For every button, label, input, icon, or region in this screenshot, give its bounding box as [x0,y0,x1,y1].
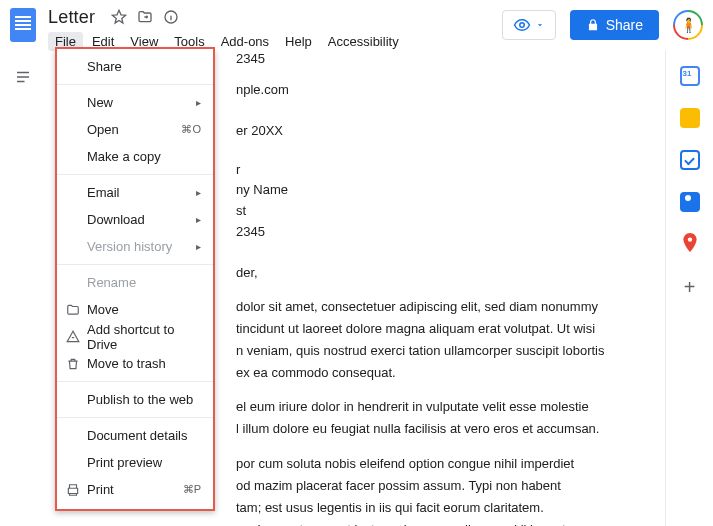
chevron-right-icon: ▸ [196,241,201,252]
menu-rename: Rename [57,269,213,296]
share-label: Share [606,17,643,33]
doc-text: tam; est usus legentis in iis qui facit … [236,498,645,518]
doc-text: n veniam, quis nostrud exerci tation ull… [236,341,645,361]
document-title[interactable]: Letter [48,7,95,28]
maps-icon[interactable] [680,234,700,254]
doc-text: nple.com [236,81,645,100]
keep-icon[interactable] [680,108,700,128]
menu-move[interactable]: Move [57,296,213,323]
account-avatar[interactable]: 🧍 [673,10,703,40]
menu-print-preview[interactable]: Print preview [57,449,213,476]
menu-accessibility[interactable]: Accessibility [321,32,406,51]
chevron-right-icon: ▸ [196,187,201,198]
doc-text: ny Name [236,181,645,200]
doc-text: 2345 [236,223,645,242]
menu-publish[interactable]: Publish to the web [57,386,213,413]
menu-version-history[interactable]: Version history▸ [57,233,213,260]
menu-document-details[interactable]: Document details [57,422,213,449]
info-icon[interactable] [163,9,179,25]
tasks-icon[interactable] [680,150,700,170]
star-icon[interactable] [111,9,127,25]
doc-text: l illum dolore eu feugiat nulla facilisi… [236,419,645,439]
svg-point-1 [519,23,524,28]
eye-icon [513,16,531,34]
doc-text: der, [236,264,645,283]
doc-text: 2345 [236,50,645,69]
chevron-down-icon [535,20,545,30]
visibility-button[interactable] [502,10,556,40]
doc-text: ex ea commodo consequat. [236,363,645,383]
menu-email[interactable]: Email▸ [57,179,213,206]
doc-text: st [236,202,645,221]
trash-icon [65,356,81,372]
chevron-right-icon: ▸ [196,97,201,108]
menu-help[interactable]: Help [278,32,319,51]
print-icon [65,482,81,498]
share-button[interactable]: Share [570,10,659,40]
doc-text: es demonstraverunt lectores legere me li… [236,520,645,526]
menu-share[interactable]: Share [57,53,213,80]
move-folder-icon[interactable] [137,9,153,25]
menu-add-shortcut[interactable]: Add shortcut to Drive [57,323,213,350]
outline-icon[interactable] [14,68,32,86]
menu-new[interactable]: New▸ [57,89,213,116]
menu-move-to-trash[interactable]: Move to trash [57,350,213,377]
doc-text: el eum iriure dolor in hendrerit in vulp… [236,397,645,417]
doc-text: dolor sit amet, consectetuer adipiscing … [236,297,645,317]
doc-text: od mazim placerat facer possim assum. Ty… [236,476,645,496]
shortcut-label: ⌘O [181,123,201,136]
svg-point-2 [687,237,691,241]
doc-text: tincidunt ut laoreet dolore magna aliqua… [236,319,645,339]
shortcut-label: ⌘P [183,483,201,496]
menu-make-copy[interactable]: Make a copy [57,143,213,170]
menu-download[interactable]: Download▸ [57,206,213,233]
calendar-icon[interactable] [680,66,700,86]
contacts-icon[interactable] [680,192,700,212]
side-panel: + [665,50,713,526]
file-menu-dropdown: Share New▸ Open⌘O Make a copy Email▸ Dow… [55,49,215,511]
folder-icon [65,302,81,318]
doc-text: er 20XX [236,122,645,141]
drive-shortcut-icon [65,329,81,345]
menu-addons[interactable]: Add-ons [214,32,276,51]
addons-plus-icon[interactable]: + [684,276,696,299]
menu-open[interactable]: Open⌘O [57,116,213,143]
lock-icon [586,18,600,32]
docs-logo[interactable] [10,8,36,42]
left-rail [0,50,46,526]
menu-print[interactable]: Print⌘P [57,476,213,503]
chevron-right-icon: ▸ [196,214,201,225]
doc-text: por cum soluta nobis eleifend option con… [236,454,645,474]
doc-text: r [236,161,645,180]
